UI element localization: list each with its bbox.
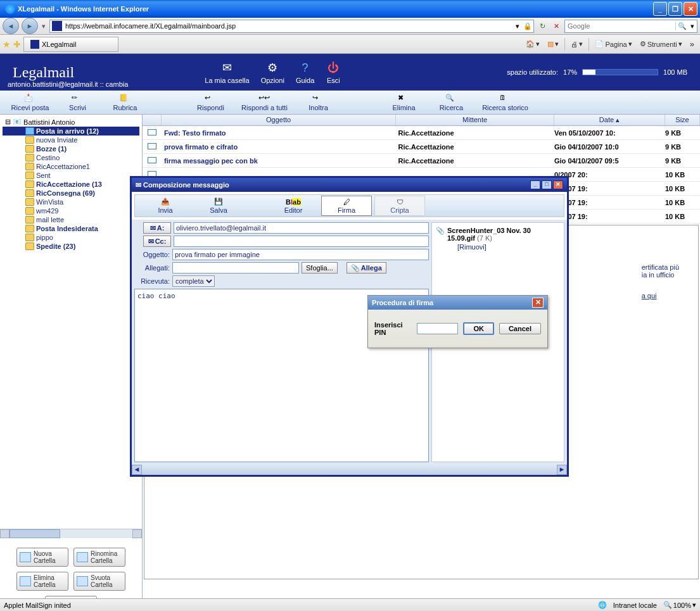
tree-root[interactable]: ⊟ 📧 Battistini Antonio xyxy=(3,117,139,127)
editor-button[interactable]: BIabEditor xyxy=(268,196,319,216)
attachment-item[interactable]: 📎 ScreenHunter_03 Nov. 30 15.09.gif (7 K… xyxy=(436,227,560,251)
close-button[interactable]: ✕ xyxy=(684,2,697,16)
scroll-left-button[interactable]: ◄ xyxy=(132,465,142,475)
folder-hscroll[interactable] xyxy=(0,529,142,538)
folder-tree-item[interactable]: Posta in arrivo (12) xyxy=(3,127,139,135)
pin-cancel-button[interactable]: Cancel xyxy=(499,323,541,334)
ie-nav-bar: ◄ ► ▾ https://webmail.infocamere.it/XLeg… xyxy=(0,18,700,35)
compose-titlebar[interactable]: ✉ Composizione messaggio _ □ ✕ xyxy=(132,178,567,192)
folder-tree-item[interactable]: Cestino xyxy=(3,153,139,162)
remove-attachment-link[interactable]: [Rimuovi] xyxy=(457,243,560,251)
scroll-track[interactable] xyxy=(142,465,557,475)
to-input[interactable] xyxy=(174,222,429,234)
folder-tree-item[interactable]: mail lette xyxy=(3,215,139,224)
compose-button[interactable]: ✏Scrivi xyxy=(54,94,101,111)
folder-tree-item[interactable]: WinVista xyxy=(3,198,139,206)
address-dropdown[interactable]: ▾ xyxy=(513,22,522,30)
attach-button[interactable]: 📎Allega xyxy=(347,262,386,274)
scroll-thumb[interactable] xyxy=(10,529,60,538)
folder-tree-item[interactable]: Posta Indesiderata xyxy=(3,224,139,233)
tools-menu[interactable]: ⚙ Strumenti ▾ xyxy=(637,38,685,50)
forward-button[interactable]: ► xyxy=(22,18,38,34)
folder-tree-item[interactable]: RicAccettazione1 xyxy=(3,162,139,171)
send-button[interactable]: 📤Invia xyxy=(140,196,191,216)
options-button[interactable]: ⚙Opzioni xyxy=(257,59,288,85)
search-button[interactable]: 🔍Ricerca xyxy=(428,94,475,111)
folder-tree-item[interactable]: nuova Inviate xyxy=(3,135,139,144)
rename-folder-button[interactable]: Rinomina Cartella xyxy=(73,548,125,567)
refresh-button[interactable]: ↻ xyxy=(537,20,548,32)
search-box[interactable]: 🔍 ▾ xyxy=(564,20,697,33)
feeds-button[interactable]: ▧ ▾ xyxy=(544,38,562,50)
exit-button[interactable]: ⏻Esci xyxy=(322,59,345,85)
scroll-right-button[interactable]: ► xyxy=(557,465,567,475)
col-subject[interactable]: Oggetto xyxy=(162,115,396,125)
compose-hscroll[interactable]: ◄ ► xyxy=(132,465,567,475)
home-button[interactable]: 🏠 ▾ xyxy=(523,38,543,50)
delete-folder-button[interactable]: Elimina Cartella xyxy=(16,572,68,591)
address-bar[interactable]: https://webmail.infocamere.it/XLegalmail… xyxy=(49,20,534,33)
scroll-right-button[interactable] xyxy=(132,529,142,538)
add-favorites-icon[interactable]: ✚ xyxy=(13,39,21,49)
scroll-left-button[interactable] xyxy=(0,529,10,538)
pin-ok-button[interactable]: OK xyxy=(463,322,494,335)
message-row[interactable]: firma messaggio pec con bkRic.Accettazio… xyxy=(143,154,700,168)
folder-tree-item[interactable]: Spedite (23) xyxy=(3,242,139,251)
folder-tree-item[interactable]: Bozze (1) xyxy=(3,144,139,153)
help-button[interactable]: ?Guida xyxy=(292,59,318,85)
my-mailbox-button[interactable]: ✉La mia casella xyxy=(201,59,253,85)
attachment-path-input[interactable] xyxy=(172,262,299,274)
zoom-control[interactable]: 🔍 100% ▾ xyxy=(663,601,696,609)
minimize-button[interactable]: _ xyxy=(653,2,667,16)
message-row[interactable]: prova firmato e cifratoRic.AccettazioneG… xyxy=(143,140,700,154)
to-button[interactable]: ✉ A: xyxy=(143,222,171,234)
browse-button[interactable]: Sfoglia... xyxy=(302,262,338,274)
compose-close-button[interactable]: ✕ xyxy=(553,180,563,189)
folder-tree-item[interactable]: wm429 xyxy=(3,206,139,215)
stop-button[interactable]: ✕ xyxy=(550,20,562,32)
col-sender[interactable]: Mittente xyxy=(396,115,554,125)
save-button[interactable]: 💾Salva xyxy=(193,196,244,216)
compose-maximize-button[interactable]: □ xyxy=(542,180,552,189)
cc-button[interactable]: ✉ Cc: xyxy=(143,236,171,247)
col-size[interactable]: Size xyxy=(665,115,700,125)
account-link[interactable]: antonio.battistini@legalmail.it :: cambi… xyxy=(8,80,128,88)
search-input[interactable] xyxy=(565,22,675,30)
search-history-button[interactable]: 🗓Ricerca storico xyxy=(475,94,535,111)
message-row[interactable]: Fwd: Testo firmatoRic.AccettazioneVen 05… xyxy=(143,126,700,140)
search-dropdown[interactable]: ▾ xyxy=(688,22,697,30)
folder-tree-item[interactable]: RicConsegna (69) xyxy=(3,189,139,198)
cc-input[interactable] xyxy=(174,236,429,247)
page-menu[interactable]: 📄 Pagina ▾ xyxy=(592,38,635,50)
pin-titlebar[interactable]: Procedura di firma ✕ xyxy=(368,296,547,310)
url-text[interactable]: https://webmail.infocamere.it/XLegalmail… xyxy=(64,22,513,30)
receive-mail-button[interactable]: 📩Ricevi posta xyxy=(6,94,54,111)
reply-button[interactable]: ↩Rispondi xyxy=(187,94,234,111)
maximize-button[interactable]: ❐ xyxy=(668,2,682,16)
print-button[interactable]: 🖨 ▾ xyxy=(568,38,586,50)
reply-all-button[interactable]: ↩↩Rispondi a tutti xyxy=(234,94,295,111)
pin-close-button[interactable]: ✕ xyxy=(532,298,544,308)
folder-tree-item[interactable]: pippo xyxy=(3,233,139,242)
forward-button[interactable]: ↪Inoltra xyxy=(295,94,342,111)
pin-input[interactable] xyxy=(417,323,458,334)
browser-tab[interactable]: XLegalmail xyxy=(23,37,118,52)
compose-minimize-button[interactable]: _ xyxy=(530,180,540,189)
empty-folder-button[interactable]: Svuota Cartella xyxy=(73,572,125,591)
chevron-more-icon[interactable]: » xyxy=(687,38,697,50)
contacts-button[interactable]: 📒Rubrica xyxy=(101,94,149,111)
sign-button[interactable]: 🖊Firma xyxy=(321,196,372,216)
col-icon[interactable] xyxy=(143,115,162,125)
search-button[interactable]: 🔍 xyxy=(675,22,688,30)
folder-tree-item[interactable]: RicAccettazione (13 xyxy=(3,180,139,189)
encrypt-button[interactable]: 🛡Cripta xyxy=(374,196,425,216)
preview-link[interactable]: a qui xyxy=(642,292,657,299)
receipt-select[interactable]: completa xyxy=(172,275,215,287)
back-button[interactable]: ◄ xyxy=(3,18,19,34)
col-date[interactable]: Date ▴ xyxy=(554,115,665,125)
favorites-star-icon[interactable]: ★ xyxy=(3,39,11,49)
delete-button[interactable]: ✖Elimina xyxy=(380,94,428,111)
folder-tree-item[interactable]: Sent xyxy=(3,171,139,180)
new-folder-button[interactable]: Nuova Cartella xyxy=(16,548,68,567)
subject-input[interactable] xyxy=(172,249,429,260)
